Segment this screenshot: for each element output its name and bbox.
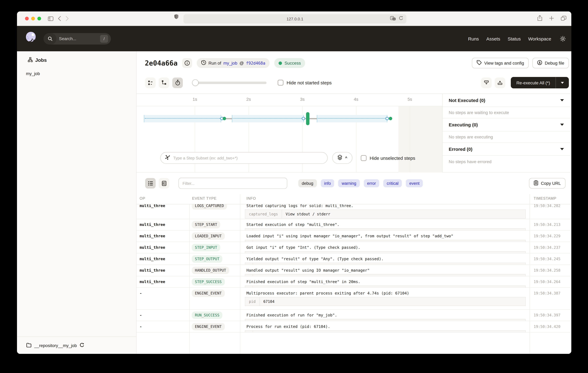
view-timed-icon[interactable] [172, 77, 183, 88]
nav-assets[interactable]: Assets [486, 36, 500, 41]
view-flat-icon[interactable] [145, 77, 156, 88]
minimize-window-button[interactable] [31, 17, 35, 20]
event-type-chip[interactable]: LOGS_CAPTURED [192, 204, 227, 209]
repository-name: __repository__my_job [34, 343, 77, 348]
sidebar-job-my_job[interactable]: my_job [17, 69, 136, 78]
log-metadata-box[interactable] [245, 263, 526, 264]
hide-unselected-checkbox[interactable] [361, 155, 367, 161]
log-table-header: OP EVENT TYPE INFO TIMESTAMP [136, 194, 571, 204]
log-metadata-box[interactable] [245, 330, 526, 332]
panel-section-title: Errored (0) [449, 146, 472, 152]
snapshot-link[interactable]: f92d468a [246, 61, 265, 65]
share-icon[interactable] [537, 15, 542, 22]
log-table-row[interactable]: multi_three LOADED_INPUT Loaded input "i… [136, 230, 571, 242]
reload-icon[interactable] [399, 16, 403, 22]
event-type-chip[interactable]: STEP_START [192, 221, 220, 228]
log-table-row[interactable]: multi_three HANDLED_OUTPUT Handled outpu… [136, 265, 571, 276]
traffic-lights [25, 17, 41, 20]
nav-runs[interactable]: Runs [468, 36, 479, 41]
hide-unselected-checkbox-row[interactable]: Hide unselected steps [361, 155, 415, 161]
reexecute-all-label[interactable]: Re-execute All (*) [511, 77, 556, 88]
translate-icon[interactable]: Ax [390, 16, 396, 22]
event-type-chip[interactable]: STEP_INPUT [192, 244, 220, 251]
log-table-row[interactable]: multi_three STEP_OUTPUT Yielded output "… [136, 253, 571, 265]
level-filter-error[interactable]: error [364, 179, 379, 187]
expand-all-icon[interactable] [495, 77, 505, 88]
log-table-row[interactable]: multi_three STEP_INPUT Got input "i" of … [136, 242, 571, 253]
forward-button[interactable] [65, 16, 69, 21]
event-type-chip[interactable]: ENGINE_EVENT [192, 290, 225, 297]
run-of-prefix: Run of [209, 61, 221, 66]
log-metadata-box[interactable] [245, 228, 526, 230]
event-type-chip[interactable]: RUN_SUCCESS [192, 311, 222, 319]
log-table-row[interactable]: multi_three STEP_SUCCESS Finished execut… [136, 276, 571, 288]
repository-row[interactable]: __repository__my_job [17, 337, 136, 354]
level-filter-warning[interactable]: warning [338, 179, 360, 187]
dagster-logo[interactable] [25, 32, 37, 46]
log-metadata-box[interactable] [245, 274, 526, 276]
event-type-chip[interactable]: ENGINE_EVENT [192, 323, 225, 330]
job-link[interactable]: my_job [223, 61, 237, 66]
log-metadata-box[interactable]: captured_logs View stdout / stderr [245, 209, 526, 219]
view-tags-config-button[interactable]: View tags and config [472, 58, 529, 68]
level-filter-event[interactable]: event [406, 179, 423, 187]
panel-section-title: Executing (0) [449, 122, 478, 127]
privacy-shield-icon[interactable] [174, 14, 179, 21]
hide-not-started-checkbox[interactable] [278, 80, 284, 86]
metadata-label [245, 240, 253, 242]
collapse-all-icon[interactable] [481, 77, 492, 88]
log-filter-input[interactable] [178, 178, 287, 189]
panel-section-header[interactable]: Not Executed (0) [442, 94, 571, 107]
event-type-chip[interactable]: STEP_OUTPUT [192, 255, 222, 263]
step-subset-input[interactable] [173, 156, 323, 160]
close-window-button[interactable] [25, 17, 29, 20]
reexecute-all-button[interactable]: Re-execute All (*) [511, 77, 569, 88]
log-table-row[interactable]: - ENGINE_EVENT Process for run exited (p… [136, 321, 571, 332]
event-type-chip[interactable]: HANDLED_OUTPUT [192, 267, 229, 274]
log-metadata-box[interactable]: pid 67104 [245, 297, 526, 306]
step-subset-input-wrap[interactable] [160, 152, 328, 164]
log-table-row[interactable]: - RUN_SUCCESS Finished execution of run … [136, 310, 571, 321]
log-info-text: Process for run exited (pid: 67104). [246, 324, 530, 329]
info-icon[interactable] [182, 58, 192, 68]
level-filter-debug[interactable]: debug [298, 179, 317, 187]
zoom-slider[interactable] [193, 79, 266, 86]
log-structured-view-icon[interactable] [159, 178, 169, 188]
metadata-value[interactable]: 67104 [260, 299, 274, 304]
sidebar-toggle-icon[interactable] [48, 16, 53, 21]
url-bar[interactable]: 127.0.0.1 Ax [183, 14, 406, 23]
panel-section-header[interactable]: Executing (0) [442, 118, 571, 131]
view-waterfall-icon[interactable] [159, 77, 169, 88]
log-table-row[interactable]: multi_three STEP_START Started execution… [136, 219, 571, 230]
panel-section-header[interactable]: Errored (0) [442, 143, 571, 156]
reexecute-dropdown-caret[interactable] [556, 77, 569, 88]
log-info-text: Got input "i" of type "Int". (Type check… [246, 245, 530, 250]
tab-overview-icon[interactable] [561, 16, 566, 22]
reload-repository-icon[interactable] [80, 342, 84, 348]
log-table-row[interactable]: multi_three LOGS_CAPTURED Started captur… [136, 204, 571, 219]
zoom-slider-thumb[interactable] [192, 79, 199, 86]
event-type-chip[interactable]: LOADED_INPUT [192, 232, 225, 240]
apply-subset-button[interactable]: ^ [332, 152, 352, 164]
debug-file-button[interactable]: Debug file [532, 58, 569, 68]
level-filter-info[interactable]: info [321, 179, 334, 187]
log-metadata-box[interactable] [245, 285, 526, 287]
log-metadata-box[interactable] [245, 251, 526, 253]
event-type-chip[interactable]: STEP_SUCCESS [192, 278, 225, 285]
log-table-row[interactable]: - ENGINE_EVENT Multiprocess executor: pa… [136, 288, 571, 310]
new-tab-icon[interactable] [549, 16, 554, 22]
hide-not-started-checkbox-row[interactable]: Hide not started steps [278, 80, 332, 86]
gantt-selected-step [306, 112, 309, 125]
zoom-window-button[interactable] [37, 17, 41, 20]
settings-gear-icon[interactable] [560, 36, 566, 42]
log-metadata-box[interactable] [245, 240, 526, 242]
log-list-view-icon[interactable] [145, 178, 156, 188]
level-filter-critical[interactable]: critical [383, 179, 402, 187]
nav-status[interactable]: Status [508, 36, 521, 41]
back-button[interactable] [58, 16, 61, 21]
metadata-value[interactable]: View stdout / stderr [282, 212, 330, 216]
nav-workspace[interactable]: Workspace [528, 36, 551, 41]
log-metadata-box[interactable] [245, 319, 526, 321]
copy-url-button[interactable]: Copy URL [529, 178, 566, 188]
global-search[interactable]: Search... / [43, 33, 111, 44]
